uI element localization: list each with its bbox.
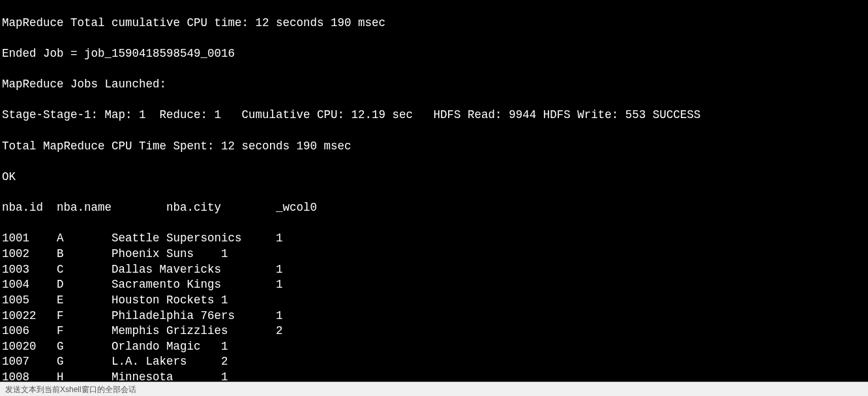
cell-name: A: [57, 232, 112, 245]
table-body: 1001 A Seattle Supersonics 11002 B Phoen…: [2, 231, 866, 382]
col-city: nba.city: [166, 201, 221, 214]
log-line: MapReduce Total cumulative CPU time: 12 …: [2, 16, 866, 31]
cell-wcol0: 1: [221, 247, 228, 260]
cell-wcol0: 1: [276, 263, 283, 276]
table-header: nba.id nba.name nba.city _wcol0: [2, 200, 866, 216]
cell-id: 10020: [2, 340, 57, 353]
cell-id: 1005: [2, 294, 57, 307]
cell-city: Orlando Magic: [112, 340, 221, 353]
cell-id: 1001: [2, 232, 57, 245]
cell-name: E: [57, 294, 112, 307]
table-row: 1004 D Sacramento Kings 1: [2, 277, 866, 293]
cell-name: F: [57, 324, 112, 337]
cell-city: Philadelphia 76ers: [112, 309, 276, 322]
cell-id: 1004: [2, 278, 57, 291]
cell-name: D: [57, 278, 112, 291]
cell-wcol0: 1: [276, 309, 283, 322]
cell-city: Dallas Mavericks: [112, 263, 276, 276]
status-text: 发送文本到当前Xshell窗口的全部会话: [5, 385, 136, 394]
table-row: 1003 C Dallas Mavericks 1: [2, 262, 866, 278]
cell-name: G: [57, 340, 112, 353]
log-line: Total MapReduce CPU Time Spent: 12 secon…: [2, 139, 866, 155]
cell-wcol0: 1: [276, 278, 283, 291]
cell-id: 1003: [2, 263, 57, 276]
cell-name: G: [57, 355, 112, 368]
cell-city: Memphis Grizzlies: [112, 324, 276, 337]
table-row: 10020 G Orlando Magic 1: [2, 339, 866, 355]
cell-wcol0: 2: [221, 355, 228, 368]
cell-wcol0: 1: [276, 232, 283, 245]
cell-name: F: [57, 309, 112, 322]
log-line: MapReduce Jobs Launched:: [2, 77, 866, 93]
table-row: 10022 F Philadelphia 76ers 1: [2, 309, 866, 324]
table-row: 1005 E Houston Rockets 1: [2, 293, 866, 309]
table-row: 1001 A Seattle Supersonics 1: [2, 231, 866, 247]
cell-name: B: [57, 247, 112, 260]
cell-city: Seattle Supersonics: [112, 232, 276, 245]
log-line: Ended Job = job_1590418598549_0016: [2, 46, 866, 62]
cell-wcol0: 1: [221, 294, 228, 307]
cell-name: H: [57, 371, 112, 382]
log-line: OK: [2, 170, 866, 185]
cell-city: Minnesota: [112, 371, 221, 382]
col-name: nba.name: [57, 201, 112, 214]
cell-city: Phoenix Suns: [112, 247, 221, 260]
cell-city: L.A. Lakers: [112, 355, 221, 368]
col-wcol0: _wcol0: [276, 201, 317, 214]
cell-city: Sacramento Kings: [112, 278, 276, 291]
table-row: 1008 H Minnesota 1: [2, 370, 866, 382]
cell-id: 1008: [2, 371, 57, 382]
cell-city: Houston Rockets: [112, 294, 221, 307]
cell-id: 1007: [2, 355, 57, 368]
terminal-output[interactable]: MapReduce Total cumulative CPU time: 12 …: [0, 0, 868, 382]
col-id: nba.id: [2, 201, 43, 214]
table-row: 1007 G L.A. Lakers 2: [2, 354, 866, 370]
table-row: 1006 F Memphis Grizzlies 2: [2, 324, 866, 339]
cell-id: 1002: [2, 247, 57, 260]
cell-id: 10022: [2, 309, 57, 322]
status-bar: 发送文本到当前Xshell窗口的全部会话: [0, 382, 868, 396]
table-row: 1002 B Phoenix Suns 1: [2, 247, 866, 262]
cell-wcol0: 1: [221, 371, 228, 382]
log-line: Stage-Stage-1: Map: 1 Reduce: 1 Cumulati…: [2, 108, 866, 123]
cell-wcol0: 2: [276, 324, 283, 337]
cell-wcol0: 1: [221, 340, 228, 353]
cell-id: 1006: [2, 324, 57, 337]
cell-name: C: [57, 263, 112, 276]
